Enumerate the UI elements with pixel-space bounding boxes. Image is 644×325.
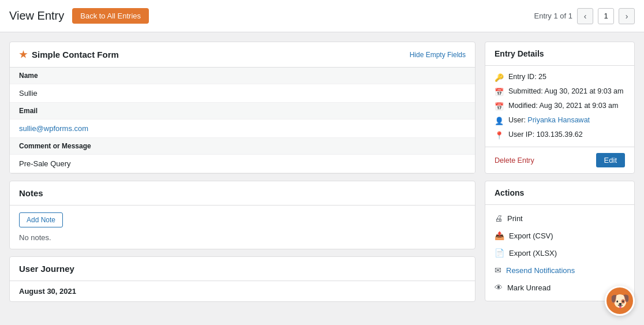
submitted-row: 📅 Submitted: Aug 30, 2021 at 9:03 am xyxy=(495,87,625,96)
left-column: ★ Simple Contact Form Hide Empty Fields … xyxy=(9,42,475,302)
mascot-button[interactable]: 🐶 xyxy=(605,286,635,311)
no-notes-text: No notes. xyxy=(19,233,51,242)
entry-id-text: Entry ID: 25 xyxy=(508,73,546,81)
add-note-button[interactable]: Add Note xyxy=(19,212,63,227)
submitted-text: Submitted: Aug 30, 2021 at 9:03 am xyxy=(508,87,623,95)
resend-icon: ✉ xyxy=(495,266,501,275)
action-export-xlsx[interactable]: 📄 Export (XLSX) xyxy=(485,244,634,262)
actions-card: Actions 🖨 Print 📤 Export (CSV) 📄 Export … xyxy=(485,181,635,301)
comment-field-label: Comment or Message xyxy=(10,138,475,155)
entry-nav-text: Entry 1 of 1 xyxy=(534,12,572,20)
user-link[interactable]: Priyanka Hansawat xyxy=(527,116,590,124)
entry-details-title: Entry Details xyxy=(485,42,634,66)
current-page-number: 1 xyxy=(598,8,614,24)
mark-unread-label[interactable]: Mark Unread xyxy=(507,283,551,292)
next-entry-button[interactable]: › xyxy=(619,8,635,24)
mark-unread-icon: 👁 xyxy=(495,283,503,292)
modified-calendar-icon: 📅 xyxy=(495,102,504,111)
user-icon: 👤 xyxy=(495,117,504,125)
entry-id-row: 🔑 Entry ID: 25 xyxy=(495,73,625,82)
action-print[interactable]: 🖨 Print xyxy=(485,210,634,227)
user-journey-header: User Journey xyxy=(10,257,475,281)
user-row: 👤 User: Priyanka Hansawat xyxy=(495,116,625,125)
notes-body: Add Note No notes. xyxy=(10,206,475,249)
entry-details-footer: Delete Entry Edit xyxy=(485,147,634,173)
entry-details-body: 🔑 Entry ID: 25 📅 Submitted: Aug 30, 2021… xyxy=(485,66,634,147)
hide-empty-fields-link[interactable]: Hide Empty Fields xyxy=(410,51,466,59)
name-field-value: Sullie xyxy=(10,84,475,102)
form-title: ★ Simple Contact Form xyxy=(19,49,119,60)
entry-id-value: 25 xyxy=(538,73,546,81)
name-field-row: Name Sullie xyxy=(10,68,475,103)
modified-row: 📅 Modified: Aug 30, 2021 at 9:03 am xyxy=(495,102,625,111)
action-export-csv[interactable]: 📤 Export (CSV) xyxy=(485,227,634,244)
comment-field-value: Pre-Sale Query xyxy=(10,155,475,173)
submitted-value: Aug 30, 2021 at 9:03 am xyxy=(545,87,624,95)
export-xlsx-icon: 📄 xyxy=(495,248,504,257)
action-resend-notifications[interactable]: ✉ Resend Notifications xyxy=(485,262,634,279)
form-card-header: ★ Simple Contact Form Hide Empty Fields xyxy=(10,42,475,68)
form-title-text: Simple Contact Form xyxy=(32,50,119,59)
location-icon: 📍 xyxy=(495,131,504,140)
modified-text: Modified: Aug 30, 2021 at 9:03 am xyxy=(508,102,618,110)
edit-button[interactable]: Edit xyxy=(596,153,625,167)
star-icon: ★ xyxy=(19,49,27,60)
actions-body: 🖨 Print 📤 Export (CSV) 📄 Export (XLSX) ✉… xyxy=(485,205,634,301)
form-card: ★ Simple Contact Form Hide Empty Fields … xyxy=(9,42,475,174)
email-field-value: sullie@wpforms.com xyxy=(10,119,475,137)
back-to-all-entries-button[interactable]: Back to All Entries xyxy=(72,8,149,24)
user-text: User: Priyanka Hansawat xyxy=(508,116,590,124)
export-xlsx-label[interactable]: Export (XLSX) xyxy=(509,249,557,257)
main-layout: ★ Simple Contact Form Hide Empty Fields … xyxy=(0,32,644,311)
prev-entry-button[interactable]: ‹ xyxy=(577,8,593,24)
export-csv-icon: 📤 xyxy=(495,231,504,240)
resend-notifications-label[interactable]: Resend Notifications xyxy=(506,266,575,275)
user-ip-row: 📍 User IP: 103.135.39.62 xyxy=(495,130,625,140)
user-journey-date: August 30, 2021 xyxy=(10,281,475,301)
modified-value: Aug 30, 2021 at 9:03 am xyxy=(540,102,619,110)
name-field-label: Name xyxy=(10,68,475,84)
print-label[interactable]: Print xyxy=(507,214,523,223)
email-field-row: Email sullie@wpforms.com xyxy=(10,103,475,138)
user-ip-value: 103.135.39.62 xyxy=(537,130,583,139)
user-ip-text: User IP: 103.135.39.62 xyxy=(508,130,583,139)
user-journey-card: User Journey August 30, 2021 xyxy=(9,256,475,302)
entry-details-card: Entry Details 🔑 Entry ID: 25 📅 Submitted… xyxy=(485,42,635,174)
print-icon: 🖨 xyxy=(495,214,503,223)
submitted-calendar-icon: 📅 xyxy=(495,88,504,96)
delete-entry-link[interactable]: Delete Entry xyxy=(495,156,534,165)
key-icon: 🔑 xyxy=(495,73,504,82)
top-bar: View Entry Back to All Entries Entry 1 o… xyxy=(0,0,644,32)
comment-field-row: Comment or Message Pre-Sale Query xyxy=(10,138,475,173)
export-csv-label[interactable]: Export (CSV) xyxy=(509,231,553,240)
actions-title: Actions xyxy=(485,181,634,205)
top-bar-right: Entry 1 of 1 ‹ 1 › xyxy=(534,8,635,24)
top-bar-left: View Entry Back to All Entries xyxy=(9,8,149,24)
page-title: View Entry xyxy=(9,9,64,23)
right-column: Entry Details 🔑 Entry ID: 25 📅 Submitted… xyxy=(485,42,635,301)
email-link[interactable]: sullie@wpforms.com xyxy=(19,124,88,133)
notes-header: Notes xyxy=(10,181,475,206)
notes-card: Notes Add Note No notes. xyxy=(9,181,475,249)
email-field-label: Email xyxy=(10,103,475,119)
